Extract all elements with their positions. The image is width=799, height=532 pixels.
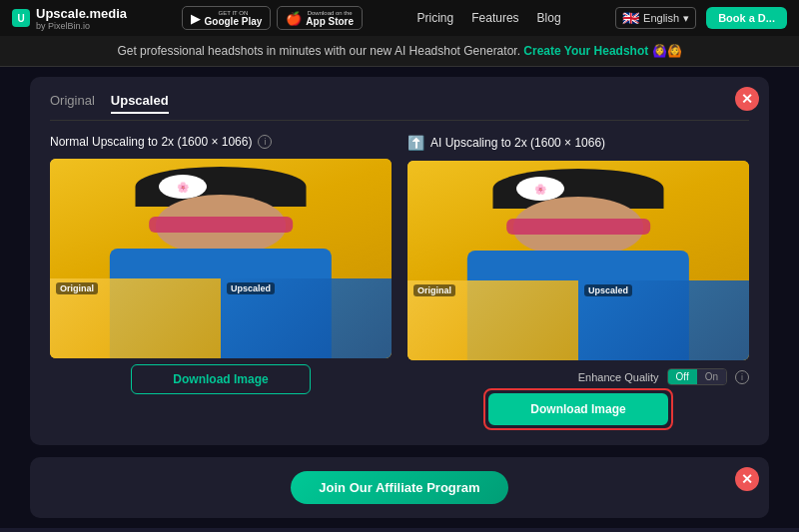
banner-emoji: 🙆‍♀️🙆 — [652, 44, 682, 58]
app-store-label-top: Download on the — [306, 10, 354, 16]
comparison-strip: Original Upscaled — [50, 278, 392, 358]
play-icon: ▶ — [191, 11, 201, 26]
modal-card: ✕ Original Upscaled Normal Upscaling to … — [30, 77, 769, 445]
tab-upscaled[interactable]: Upscaled — [111, 93, 169, 114]
right-column: ⬆️ AI Upscaling to 2x (1600 × 1066) 🌸 Or — [407, 135, 749, 425]
flag-icon: 🇬🇧 — [622, 10, 639, 26]
left-info-icon[interactable]: i — [258, 135, 272, 149]
right-download-button[interactable]: Download Image — [488, 393, 668, 425]
right-download-row: Download Image — [407, 393, 749, 425]
enhance-quality-row: Enhance Quality Off On i — [407, 368, 749, 385]
language-selector[interactable]: 🇬🇧 English ▾ — [615, 7, 696, 29]
download-btn-wrapper: Download Image — [488, 393, 668, 425]
apple-icon: 🍎 — [286, 11, 302, 26]
right-column-title: ⬆️ AI Upscaling to 2x (1600 × 1066) — [407, 135, 749, 151]
google-play-label-main: Google Play — [205, 16, 263, 27]
thumb-label-original: Original — [56, 282, 98, 294]
language-label: English — [643, 12, 679, 24]
left-image: 🌸 Original Upscaled — [50, 159, 392, 358]
thumb-label-upscaled-right: Upscaled — [584, 284, 632, 296]
book-demo-button[interactable]: Book a D... — [706, 7, 787, 29]
flower-shape-right: 🌸 — [516, 177, 564, 201]
logo-icon: U — [12, 9, 30, 27]
banner-text: Get professional headshots in minutes wi… — [117, 44, 520, 58]
bottom-close-button[interactable]: ✕ — [735, 467, 759, 491]
glasses-shape — [149, 217, 293, 233]
flower-shape: 🌸 — [159, 175, 207, 199]
enhance-label: Enhance Quality — [578, 371, 659, 383]
left-download-button[interactable]: Download Image — [131, 364, 311, 394]
banner-link[interactable]: Create Your Headshot — [523, 44, 648, 58]
glasses-shape-right — [506, 219, 650, 235]
thumb-upscaled-right: Upscaled — [578, 280, 749, 360]
thumb-upscaled: Upscaled — [221, 278, 392, 358]
toggle-off[interactable]: Off — [668, 369, 697, 384]
logo-text: Upscale.media — [36, 6, 127, 21]
right-image: 🌸 Original Upscaled — [407, 161, 749, 360]
google-play-button[interactable]: ▶ GET IT ON Google Play — [182, 6, 272, 30]
enhance-info-icon[interactable]: i — [735, 370, 749, 384]
columns: Normal Upscaling to 2x (1600 × 1066) i 🌸 — [50, 135, 749, 425]
affiliate-button[interactable]: Join Our Affiliate Program — [291, 471, 507, 504]
thumb-original-right: Original — [407, 280, 578, 360]
nav-right: 🇬🇧 English ▾ Book a D... — [615, 7, 787, 29]
left-column: Normal Upscaling to 2x (1600 × 1066) i 🌸 — [50, 135, 392, 425]
toggle-on[interactable]: On — [697, 369, 726, 384]
tab-original[interactable]: Original — [50, 93, 95, 114]
close-button[interactable]: ✕ — [735, 87, 759, 111]
upscale-icon: ⬆️ — [407, 135, 424, 151]
app-store-label-main: App Store — [306, 16, 354, 27]
app-store-button[interactable]: 🍎 Download on the App Store — [277, 6, 363, 30]
logo-sub: by PixelBin.io — [36, 21, 127, 31]
thumb-label-upscaled: Upscaled — [227, 282, 275, 294]
logo[interactable]: U Upscale.media by PixelBin.io — [12, 6, 127, 31]
store-buttons: ▶ GET IT ON Google Play 🍎 Download on th… — [182, 6, 364, 30]
left-download-row: Download Image — [50, 364, 392, 394]
navbar: U Upscale.media by PixelBin.io ▶ GET IT … — [0, 0, 799, 36]
tabs: Original Upscaled — [50, 93, 749, 121]
thumb-original: Original — [50, 278, 221, 358]
thumb-label-original-right: Original — [413, 284, 455, 296]
promo-banner: Get professional headshots in minutes wi… — [0, 36, 799, 67]
comparison-strip-right: Original Upscaled — [407, 280, 749, 360]
nav-features[interactable]: Features — [471, 11, 518, 25]
main-content: ✕ Original Upscaled Normal Upscaling to … — [0, 67, 799, 528]
left-column-title: Normal Upscaling to 2x (1600 × 1066) i — [50, 135, 392, 149]
nav-links: Pricing Features Blog — [417, 11, 561, 25]
nav-blog[interactable]: Blog — [537, 11, 561, 25]
bottom-card: ✕ Join Our Affiliate Program — [30, 457, 769, 518]
chevron-down-icon: ▾ — [683, 12, 689, 25]
nav-pricing[interactable]: Pricing — [417, 11, 454, 25]
enhance-toggle[interactable]: Off On — [667, 368, 728, 385]
